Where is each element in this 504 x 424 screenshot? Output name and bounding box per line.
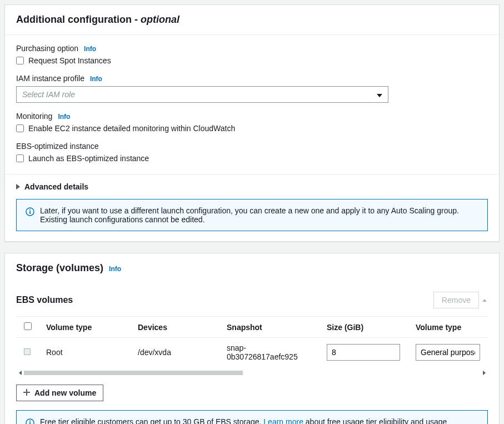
col-devices: Devices	[130, 317, 219, 338]
col-volume-type: Volume type	[408, 317, 488, 338]
scroll-right-icon[interactable]	[480, 370, 488, 376]
additional-config-body: Purchasing option Info Request Spot Inst…	[5, 35, 499, 174]
col-size: Size (GiB)	[319, 317, 408, 338]
additional-configuration-panel: Additional configuration - optional Purc…	[4, 4, 500, 242]
svg-rect-1	[29, 211, 31, 215]
additional-config-title: Additional configuration - optional	[16, 14, 179, 26]
select-all-checkbox[interactable]	[24, 322, 32, 330]
remove-button: Remove	[433, 292, 479, 308]
monitoring-checkbox[interactable]	[16, 124, 24, 132]
request-spot-row[interactable]: Request Spot Instances	[16, 56, 488, 65]
purchasing-label: Purchasing option	[16, 44, 78, 53]
iam-role-select[interactable]: Select IAM role	[16, 86, 388, 103]
scroll-up-icon[interactable]	[481, 292, 488, 308]
scroll-left-icon[interactable]	[16, 370, 24, 376]
title-optional: optional	[141, 14, 179, 25]
iam-label: IAM instance profile	[16, 74, 84, 83]
chevron-down-icon	[377, 90, 382, 99]
size-input[interactable]	[327, 344, 400, 361]
advanced-details-label: Advanced details	[24, 182, 88, 191]
scroll-thumb[interactable]	[24, 371, 243, 375]
volume-type-select[interactable]	[416, 344, 480, 361]
svg-rect-5	[29, 421, 31, 422]
scroll-track[interactable]	[24, 371, 480, 375]
horizontal-scrollbar[interactable]	[16, 369, 488, 377]
ebs-volumes-table: Volume type Devices Snapshot Size (GiB) …	[16, 316, 488, 367]
ebs-optimized-row[interactable]: Launch as EBS-optimized instance	[16, 154, 488, 163]
launch-config-info-alert: Later, if you want to use a different la…	[16, 199, 488, 231]
col-volume-type-role: Volume type	[38, 317, 130, 338]
free-tier-text: Free tier eligible customers can get up …	[40, 417, 478, 424]
storage-panel: Storage (volumes) Info EBS volumes Remov…	[4, 253, 500, 424]
add-volume-button[interactable]: Add new volume	[16, 385, 103, 401]
additional-config-header: Additional configuration - optional	[5, 5, 499, 35]
ebs-table-wrap: Volume type Devices Snapshot Size (GiB) …	[16, 316, 488, 377]
ebs-optimized-checkbox-label: Launch as EBS-optimized instance	[28, 154, 149, 163]
iam-info-link[interactable]: Info	[90, 75, 102, 83]
ebs-title: EBS volumes	[16, 295, 73, 305]
ebs-header: EBS volumes Remove	[16, 292, 488, 308]
storage-header: Storage (volumes) Info	[5, 253, 499, 283]
monitoring-checkbox-label: Enable EC2 instance detailed monitoring …	[28, 124, 235, 133]
purchasing-option-field: Purchasing option Info Request Spot Inst…	[16, 44, 488, 65]
info-icon	[26, 206, 34, 218]
free-tier-pre: Free tier eligible customers can get up …	[40, 417, 263, 424]
plus-icon	[23, 388, 30, 397]
iam-role-placeholder: Select IAM role	[22, 90, 75, 99]
col-snapshot: Snapshot	[219, 317, 319, 338]
storage-info-link[interactable]: Info	[109, 265, 121, 273]
svg-rect-2	[29, 209, 31, 211]
storage-title: Storage (volumes)	[16, 262, 103, 274]
title-prefix: Additional configuration -	[16, 14, 141, 25]
advanced-details-toggle[interactable]: Advanced details	[5, 174, 499, 199]
purchasing-info-link[interactable]: Info	[84, 45, 96, 53]
monitoring-field: Monitoring Info Enable EC2 instance deta…	[16, 112, 488, 133]
request-spot-label: Request Spot Instances	[28, 56, 111, 65]
caret-right-icon	[16, 182, 20, 191]
request-spot-checkbox[interactable]	[16, 57, 24, 64]
learn-more-link[interactable]: Learn more	[263, 417, 303, 424]
free-tier-alert: Free tier eligible customers can get up …	[16, 410, 488, 424]
ebs-optimized-label: EBS-optimized instance	[16, 142, 99, 151]
ebs-optimized-checkbox[interactable]	[16, 154, 24, 162]
cell-device: /dev/xvda	[130, 338, 219, 367]
ebs-optimized-field: EBS-optimized instance Launch as EBS-opt…	[16, 142, 488, 163]
svg-rect-4	[29, 422, 31, 425]
launch-config-info-text: Later, if you want to use a different la…	[40, 206, 478, 224]
info-icon	[26, 417, 34, 424]
table-header-row: Volume type Devices Snapshot Size (GiB) …	[16, 317, 488, 338]
cell-volume-role: Root	[38, 338, 130, 367]
table-row: Root /dev/xvda snap-0b30726817aefc925	[16, 338, 488, 367]
row-select-checkbox[interactable]	[24, 348, 31, 355]
storage-body: EBS volumes Remove	[5, 283, 499, 424]
monitoring-info-link[interactable]: Info	[58, 113, 70, 121]
iam-profile-field: IAM instance profile Info Select IAM rol…	[16, 74, 488, 103]
add-volume-label: Add new volume	[34, 388, 96, 397]
monitoring-label: Monitoring	[16, 112, 52, 121]
monitoring-row[interactable]: Enable EC2 instance detailed monitoring …	[16, 124, 488, 133]
cell-snapshot: snap-0b30726817aefc925	[219, 338, 319, 367]
